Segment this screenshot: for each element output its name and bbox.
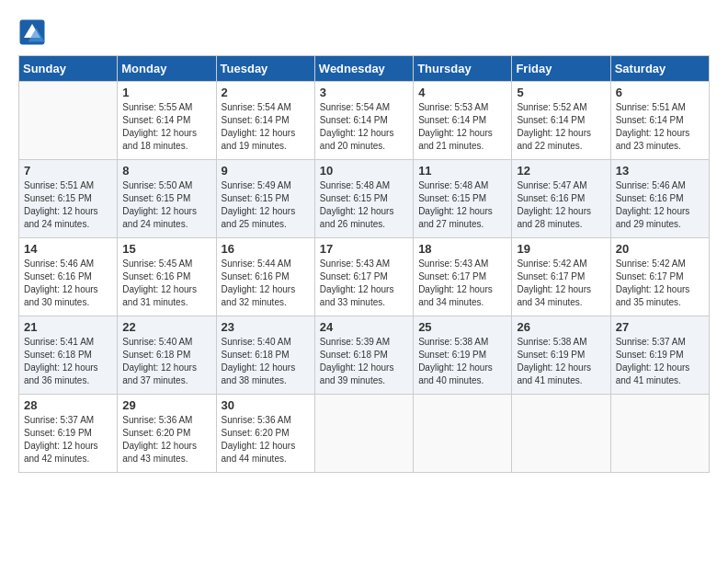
day-info: Sunrise: 5:38 AM Sunset: 6:19 PM Dayligh…: [517, 336, 605, 387]
day-cell: 16Sunrise: 5:44 AM Sunset: 6:16 PM Dayli…: [216, 238, 314, 316]
day-cell: [512, 395, 610, 473]
header-cell-thursday: Thursday: [414, 56, 512, 82]
day-info: Sunrise: 5:49 AM Sunset: 6:15 PM Dayligh…: [222, 179, 310, 231]
day-cell: 26Sunrise: 5:38 AM Sunset: 6:19 PM Dayli…: [512, 316, 610, 395]
day-number: 22: [122, 320, 210, 334]
day-info: Sunrise: 5:52 AM Sunset: 6:14 PM Dayligh…: [517, 101, 605, 153]
day-cell: [19, 82, 118, 160]
day-info: Sunrise: 5:36 AM Sunset: 6:20 PM Dayligh…: [222, 414, 310, 465]
day-cell: [610, 395, 709, 473]
day-number: 29: [122, 398, 210, 412]
day-cell: 12Sunrise: 5:47 AM Sunset: 6:16 PM Dayli…: [512, 160, 610, 238]
day-number: 28: [24, 398, 112, 412]
calendar-table: SundayMondayTuesdayWednesdayThursdayFrid…: [18, 55, 710, 473]
day-info: Sunrise: 5:46 AM Sunset: 6:16 PM Dayligh…: [616, 179, 704, 231]
week-row-5: 28Sunrise: 5:37 AM Sunset: 6:19 PM Dayli…: [19, 395, 710, 473]
day-info: Sunrise: 5:37 AM Sunset: 6:19 PM Dayligh…: [616, 336, 704, 387]
day-number: 8: [122, 164, 210, 178]
day-number: 14: [24, 242, 112, 256]
day-cell: 5Sunrise: 5:52 AM Sunset: 6:14 PM Daylig…: [512, 82, 610, 160]
day-number: 3: [320, 86, 408, 99]
day-info: Sunrise: 5:54 AM Sunset: 6:14 PM Dayligh…: [222, 101, 310, 153]
day-cell: 17Sunrise: 5:43 AM Sunset: 6:17 PM Dayli…: [314, 238, 413, 316]
day-info: Sunrise: 5:47 AM Sunset: 6:16 PM Dayligh…: [517, 179, 605, 231]
header-cell-tuesday: Tuesday: [216, 56, 314, 82]
day-number: 11: [418, 164, 506, 178]
day-number: 4: [418, 86, 506, 99]
day-info: Sunrise: 5:55 AM Sunset: 6:14 PM Dayligh…: [122, 101, 210, 153]
day-info: Sunrise: 5:40 AM Sunset: 6:18 PM Dayligh…: [122, 336, 210, 387]
day-info: Sunrise: 5:46 AM Sunset: 6:16 PM Dayligh…: [24, 258, 112, 309]
day-number: 19: [517, 242, 605, 256]
day-cell: 10Sunrise: 5:48 AM Sunset: 6:15 PM Dayli…: [314, 160, 413, 238]
day-cell: 22Sunrise: 5:40 AM Sunset: 6:18 PM Dayli…: [118, 316, 216, 395]
day-cell: 15Sunrise: 5:45 AM Sunset: 6:16 PM Dayli…: [118, 238, 216, 316]
day-cell: 11Sunrise: 5:48 AM Sunset: 6:15 PM Dayli…: [414, 160, 512, 238]
header-cell-saturday: Saturday: [610, 56, 709, 82]
day-cell: 28Sunrise: 5:37 AM Sunset: 6:19 PM Dayli…: [19, 395, 118, 473]
day-info: Sunrise: 5:45 AM Sunset: 6:16 PM Dayligh…: [122, 258, 210, 309]
calendar-header: SundayMondayTuesdayWednesdayThursdayFrid…: [19, 56, 710, 82]
day-cell: 29Sunrise: 5:36 AM Sunset: 6:20 PM Dayli…: [118, 395, 216, 473]
day-info: Sunrise: 5:41 AM Sunset: 6:18 PM Dayligh…: [24, 336, 112, 387]
day-cell: 24Sunrise: 5:39 AM Sunset: 6:18 PM Dayli…: [314, 316, 413, 395]
day-number: 17: [320, 242, 408, 256]
day-cell: [314, 395, 413, 473]
day-info: Sunrise: 5:42 AM Sunset: 6:17 PM Dayligh…: [616, 258, 704, 309]
calendar-body: 1Sunrise: 5:55 AM Sunset: 6:14 PM Daylig…: [19, 82, 710, 473]
day-info: Sunrise: 5:36 AM Sunset: 6:20 PM Dayligh…: [122, 414, 210, 465]
header-cell-monday: Monday: [118, 56, 216, 82]
day-cell: 13Sunrise: 5:46 AM Sunset: 6:16 PM Dayli…: [610, 160, 709, 238]
day-info: Sunrise: 5:37 AM Sunset: 6:19 PM Dayligh…: [24, 414, 112, 465]
day-info: Sunrise: 5:51 AM Sunset: 6:14 PM Dayligh…: [616, 101, 704, 153]
day-number: 1: [122, 86, 210, 99]
day-info: Sunrise: 5:43 AM Sunset: 6:17 PM Dayligh…: [320, 258, 408, 309]
day-info: Sunrise: 5:51 AM Sunset: 6:15 PM Dayligh…: [24, 179, 112, 231]
day-cell: 14Sunrise: 5:46 AM Sunset: 6:16 PM Dayli…: [19, 238, 118, 316]
day-cell: 2Sunrise: 5:54 AM Sunset: 6:14 PM Daylig…: [216, 82, 314, 160]
day-cell: 9Sunrise: 5:49 AM Sunset: 6:15 PM Daylig…: [216, 160, 314, 238]
day-cell: 21Sunrise: 5:41 AM Sunset: 6:18 PM Dayli…: [19, 316, 118, 395]
day-info: Sunrise: 5:54 AM Sunset: 6:14 PM Dayligh…: [320, 101, 408, 153]
day-cell: 18Sunrise: 5:43 AM Sunset: 6:17 PM Dayli…: [414, 238, 512, 316]
day-cell: 25Sunrise: 5:38 AM Sunset: 6:19 PM Dayli…: [414, 316, 512, 395]
day-number: 16: [222, 242, 310, 256]
day-number: 10: [320, 164, 408, 178]
day-number: 27: [616, 320, 704, 334]
day-info: Sunrise: 5:39 AM Sunset: 6:18 PM Dayligh…: [320, 336, 408, 387]
day-info: Sunrise: 5:38 AM Sunset: 6:19 PM Dayligh…: [418, 336, 506, 387]
day-number: 26: [517, 320, 605, 334]
header-cell-friday: Friday: [512, 56, 610, 82]
day-cell: 1Sunrise: 5:55 AM Sunset: 6:14 PM Daylig…: [118, 82, 216, 160]
day-info: Sunrise: 5:40 AM Sunset: 6:18 PM Dayligh…: [222, 336, 310, 387]
page-header: [18, 18, 710, 46]
day-number: 21: [24, 320, 112, 334]
header-cell-wednesday: Wednesday: [314, 56, 413, 82]
week-row-3: 14Sunrise: 5:46 AM Sunset: 6:16 PM Dayli…: [19, 238, 710, 316]
day-info: Sunrise: 5:48 AM Sunset: 6:15 PM Dayligh…: [320, 179, 408, 231]
day-info: Sunrise: 5:42 AM Sunset: 6:17 PM Dayligh…: [517, 258, 605, 309]
day-info: Sunrise: 5:43 AM Sunset: 6:17 PM Dayligh…: [418, 258, 506, 309]
day-cell: 27Sunrise: 5:37 AM Sunset: 6:19 PM Dayli…: [610, 316, 709, 395]
day-number: 23: [222, 320, 310, 334]
day-cell: 8Sunrise: 5:50 AM Sunset: 6:15 PM Daylig…: [118, 160, 216, 238]
day-cell: 4Sunrise: 5:53 AM Sunset: 6:14 PM Daylig…: [414, 82, 512, 160]
header-row: SundayMondayTuesdayWednesdayThursdayFrid…: [19, 56, 710, 82]
day-number: 13: [616, 164, 704, 178]
day-cell: 23Sunrise: 5:40 AM Sunset: 6:18 PM Dayli…: [216, 316, 314, 395]
day-cell: 6Sunrise: 5:51 AM Sunset: 6:14 PM Daylig…: [610, 82, 709, 160]
week-row-2: 7Sunrise: 5:51 AM Sunset: 6:15 PM Daylig…: [19, 160, 710, 238]
day-number: 12: [517, 164, 605, 178]
day-number: 2: [222, 86, 310, 99]
day-cell: 3Sunrise: 5:54 AM Sunset: 6:14 PM Daylig…: [314, 82, 413, 160]
day-info: Sunrise: 5:50 AM Sunset: 6:15 PM Dayligh…: [122, 179, 210, 231]
day-info: Sunrise: 5:44 AM Sunset: 6:16 PM Dayligh…: [222, 258, 310, 309]
day-cell: 20Sunrise: 5:42 AM Sunset: 6:17 PM Dayli…: [610, 238, 709, 316]
day-number: 30: [222, 398, 310, 412]
day-number: 5: [517, 86, 605, 99]
week-row-4: 21Sunrise: 5:41 AM Sunset: 6:18 PM Dayli…: [19, 316, 710, 395]
day-cell: 30Sunrise: 5:36 AM Sunset: 6:20 PM Dayli…: [216, 395, 314, 473]
day-cell: [414, 395, 512, 473]
day-number: 6: [616, 86, 704, 99]
day-number: 18: [418, 242, 506, 256]
